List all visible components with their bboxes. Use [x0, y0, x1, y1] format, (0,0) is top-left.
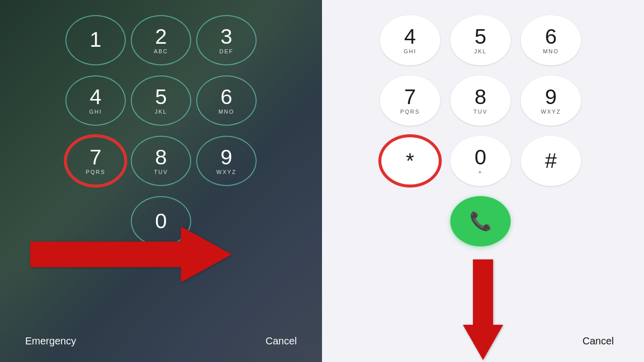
left-dialpad: 1 2 ABC 3 DEF 4 GHI 5 JKL 6 MNO 7 PQRS — [65, 15, 257, 251]
left-key-3[interactable]: 3 DEF — [196, 15, 257, 65]
left-bottom-bar: Emergency Cancel — [0, 335, 322, 347]
right-key-9[interactable]: 9 WXYZ — [521, 75, 581, 126]
left-key-1[interactable]: 1 — [65, 15, 126, 65]
left-key-6[interactable]: 6 MNO — [196, 75, 257, 126]
right-key-star[interactable]: * — [380, 136, 440, 186]
right-key-8[interactable]: 8 TUV — [450, 75, 511, 126]
left-key-7[interactable]: 7 PQRS — [65, 136, 126, 186]
down-arrow-overlay — [463, 259, 503, 362]
svg-marker-0 — [30, 227, 231, 282]
right-key-0[interactable]: 0 + — [450, 136, 511, 186]
red-right-arrow-svg — [30, 224, 231, 285]
right-key-7[interactable]: 7 PQRS — [380, 75, 440, 126]
emergency-button[interactable]: Emergency — [25, 335, 76, 347]
left-cancel-button[interactable]: Cancel — [266, 335, 297, 347]
call-button[interactable]: 📞 — [450, 196, 511, 246]
left-key-2[interactable]: 2 ABC — [131, 15, 191, 65]
left-key-8[interactable]: 8 TUV — [131, 136, 191, 186]
right-key-5[interactable]: 5 JKL — [450, 15, 511, 65]
right-dialpad: 4 GHI 5 JKL 6 MNO 7 PQRS 8 TUV 9 WXYZ * … — [380, 15, 586, 251]
right-key-empty-right — [521, 196, 581, 246]
right-bottom-bar: Cancel — [583, 335, 614, 347]
right-panel: 4 GHI 5 JKL 6 MNO 7 PQRS 8 TUV 9 WXYZ * … — [322, 0, 644, 362]
left-key-9[interactable]: 9 WXYZ — [196, 136, 257, 186]
left-key-4[interactable]: 4 GHI — [65, 75, 126, 126]
right-arrow-overlay — [30, 224, 231, 287]
svg-marker-1 — [463, 259, 503, 360]
right-key-empty-left — [380, 196, 440, 246]
red-down-arrow-svg — [463, 259, 503, 360]
left-key-5[interactable]: 5 JKL — [131, 75, 191, 126]
right-key-6[interactable]: 6 MNO — [521, 15, 581, 65]
right-cancel-button[interactable]: Cancel — [583, 335, 614, 346]
right-key-4[interactable]: 4 GHI — [380, 15, 440, 65]
phone-icon: 📞 — [469, 211, 492, 232]
right-key-hash[interactable]: # — [521, 136, 581, 186]
left-panel: 1 2 ABC 3 DEF 4 GHI 5 JKL 6 MNO 7 PQRS — [0, 0, 322, 362]
